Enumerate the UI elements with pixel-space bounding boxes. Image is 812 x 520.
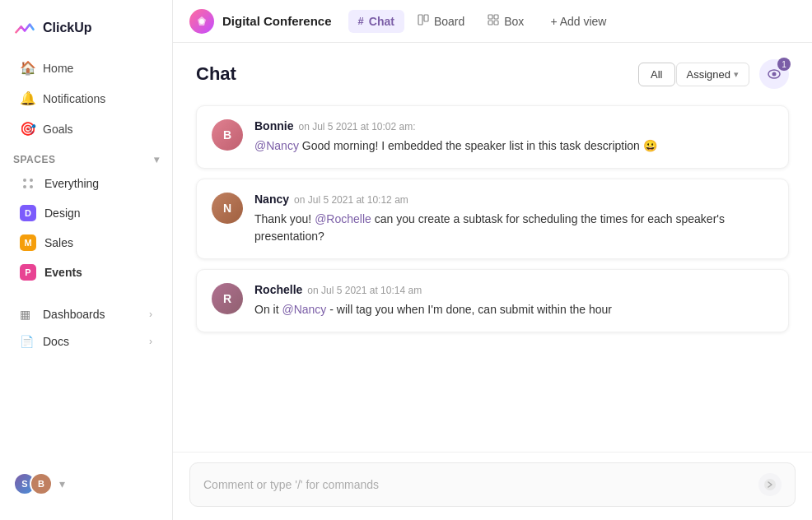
sidebar: ClickUp 🏠 Home 🔔 Notifications 🎯 Goals S… [0, 0, 173, 520]
msg-author: Rochelle [254, 283, 302, 296]
message-card: N Nancy on Jul 5 2021 at 10:12 am Thank … [196, 179, 789, 259]
nav-tabs: # Chat Board Box + Add view [348, 9, 617, 33]
user-chevron-icon[interactable]: ▾ [59, 477, 65, 490]
board-tab-icon [418, 14, 429, 28]
chat-tab-icon: # [358, 15, 364, 27]
goals-icon: 🎯 [20, 121, 35, 137]
message-card: R Rochelle on Jul 5 2021 at 10:14 am On … [196, 269, 789, 332]
main-content: Digital Conference # Chat Board Box + Ad… [173, 0, 812, 520]
msg-body: On it @Nancy - will tag you when I'm don… [254, 301, 773, 318]
chat-filters: All Assigned ▾ [638, 63, 749, 86]
dashboards-icon: ▦ [20, 308, 35, 321]
nav-goals[interactable]: 🎯 Goals [7, 114, 166, 143]
svg-point-0 [23, 179, 26, 182]
filter-assigned-button[interactable]: Assigned ▾ [676, 63, 749, 86]
msg-header: Rochelle on Jul 5 2021 at 10:14 am [254, 283, 773, 296]
svg-rect-8 [494, 15, 498, 19]
comment-input-wrap[interactable]: Comment or type '/' for commands [189, 462, 796, 507]
message-card: B Bonnie on Jul 5 2021 at 10:02 am: @Nan… [196, 105, 789, 169]
comment-placeholder[interactable]: Comment or type '/' for commands [203, 478, 758, 491]
svg-point-2 [23, 185, 26, 188]
sidebar-item-sales[interactable]: M Sales [7, 229, 166, 257]
filter-all-button[interactable]: All [638, 63, 674, 86]
sidebar-item-dashboards[interactable]: ▦ Dashboards › [7, 301, 166, 327]
msg-header: Bonnie on Jul 5 2021 at 10:02 am: [254, 119, 773, 132]
sidebar-item-docs[interactable]: 📄 Docs › [7, 328, 166, 355]
chat-area: Chat All Assigned ▾ 1 [173, 43, 812, 520]
msg-body: @Nancy Good morning! I embedded the spea… [254, 137, 773, 155]
everything-icon [20, 175, 36, 192]
sidebar-item-design[interactable]: D Design [7, 199, 166, 227]
avatar-stack: S B [13, 472, 53, 495]
msg-author: Bonnie [254, 119, 293, 132]
tab-chat[interactable]: # Chat [348, 10, 404, 33]
clickup-logo-icon [13, 16, 36, 39]
project-icon [189, 9, 214, 34]
comment-area: Comment or type '/' for commands [173, 452, 812, 520]
avatar: B [212, 119, 243, 151]
app-name: ClickUp [43, 21, 92, 35]
design-space-icon: D [20, 205, 36, 221]
messages-area: B Bonnie on Jul 5 2021 at 10:02 am: @Nan… [173, 99, 812, 452]
spaces-chevron-icon[interactable]: ▾ [154, 154, 160, 165]
svg-point-3 [30, 185, 33, 188]
docs-left: 📄 Docs [20, 335, 69, 348]
svg-rect-6 [424, 15, 428, 21]
svg-rect-7 [488, 15, 492, 19]
send-icon[interactable] [758, 473, 782, 496]
spaces-header: Spaces ▾ [0, 144, 172, 169]
add-view-button[interactable]: + Add view [540, 10, 616, 33]
box-tab-icon [488, 14, 499, 28]
msg-content: Bonnie on Jul 5 2021 at 10:02 am: @Nancy… [254, 119, 773, 155]
nav-notifications[interactable]: 🔔 Notifications [7, 84, 166, 113]
docs-chevron-icon: › [149, 336, 152, 347]
svg-point-1 [30, 179, 33, 182]
docs-icon: 📄 [20, 335, 35, 348]
logo-area: ClickUp [0, 10, 172, 53]
watch-badge: 1 [777, 58, 791, 71]
msg-header: Nancy on Jul 5 2021 at 10:12 am [254, 193, 773, 206]
dashboards-left: ▦ Dashboards [20, 308, 105, 321]
msg-content: Nancy on Jul 5 2021 at 10:12 am Thank yo… [254, 193, 773, 245]
watch-button[interactable]: 1 [759, 59, 789, 89]
msg-time: on Jul 5 2021 at 10:02 am: [298, 121, 415, 132]
mention: @Rochelle [315, 212, 371, 225]
msg-content: Rochelle on Jul 5 2021 at 10:14 am On it… [254, 283, 773, 318]
dashboards-chevron-icon: › [149, 309, 152, 320]
svg-rect-10 [494, 21, 498, 25]
svg-point-12 [772, 72, 777, 77]
svg-rect-5 [418, 15, 422, 25]
home-icon: 🏠 [20, 60, 35, 76]
top-nav: Digital Conference # Chat Board Box + Ad… [173, 0, 812, 43]
msg-time: on Jul 5 2021 at 10:12 am [294, 194, 408, 206]
sidebar-bottom: S B ▾ [0, 454, 172, 510]
bell-icon: 🔔 [20, 91, 35, 106]
tab-board[interactable]: Board [408, 9, 474, 33]
avatar: N [212, 193, 243, 224]
chat-header: Chat All Assigned ▾ 1 [173, 43, 812, 99]
tab-box[interactable]: Box [478, 9, 534, 33]
sales-space-icon: M [20, 234, 36, 251]
user-avatar-row: S B ▾ [0, 464, 172, 504]
mention: @Nancy [282, 303, 326, 316]
msg-time: on Jul 5 2021 at 10:14 am [307, 285, 422, 296]
assigned-chevron-icon: ▾ [734, 69, 739, 80]
sidebar-item-everything[interactable]: Everything [7, 169, 166, 197]
svg-rect-9 [488, 21, 492, 25]
chat-title: Chat [196, 63, 236, 85]
msg-author: Nancy [254, 193, 289, 206]
avatar-user-2[interactable]: B [30, 472, 53, 495]
nav-home[interactable]: 🏠 Home [7, 53, 166, 82]
mention: @Nancy [254, 139, 299, 152]
svg-point-13 [764, 479, 776, 490]
avatar: R [212, 283, 243, 314]
svg-point-4 [199, 19, 204, 24]
project-title: Digital Conference [222, 14, 332, 28]
msg-body: Thank you! @Rochelle can you create a su… [254, 211, 773, 245]
events-space-icon: P [20, 264, 36, 281]
sidebar-item-events[interactable]: P Events [7, 258, 166, 286]
